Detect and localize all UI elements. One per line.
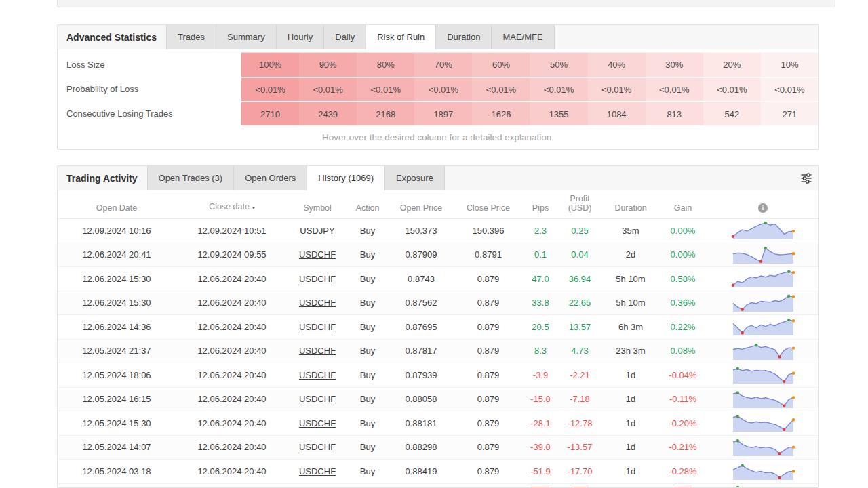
tab-daily[interactable]: Daily [324, 25, 366, 49]
risk-cell[interactable]: <0.01% [761, 77, 818, 101]
tab-exposure[interactable]: Exposure [385, 166, 445, 190]
sparkline-chart[interactable] [706, 315, 819, 339]
cell-symbol[interactable]: USDCHF [288, 436, 347, 460]
cell-symbol[interactable]: USDCHF [288, 243, 347, 267]
risk-cell[interactable]: <0.01% [530, 77, 587, 101]
sparkline-chart[interactable] [706, 436, 819, 460]
cell-close-price: 0.879 [454, 267, 523, 291]
risk-cell[interactable]: 90% [299, 52, 357, 77]
risk-row-loss-size: Loss Size100%90%80%70%60%50%40%30%20%10% [58, 52, 818, 77]
column-header-close-date[interactable]: Close date▾ [176, 190, 288, 218]
cell-symbol[interactable]: USDCHF [288, 267, 347, 291]
risk-cell[interactable]: 2439 [299, 102, 357, 125]
tab-history-1069[interactable]: History (1069) [307, 166, 385, 190]
risk-cell[interactable]: 1084 [588, 102, 646, 125]
risk-cell[interactable]: 70% [414, 52, 472, 77]
cell-symbol[interactable]: USDCHF [288, 340, 347, 363]
cell-symbol[interactable]: USDJPY [288, 219, 347, 243]
cell-close-date: 12.09.2024 10:51 [176, 219, 288, 243]
risk-cell[interactable]: 1355 [530, 102, 587, 125]
column-header-pips[interactable]: Pips [523, 190, 558, 218]
risk-cell[interactable]: 50% [530, 52, 587, 77]
column-header-duration[interactable]: Duration [601, 190, 660, 218]
column-header-close-price[interactable]: Close Price [454, 190, 523, 218]
table-row: 12.05.2024 21:3712.06.2024 20:40USDCHFBu… [58, 340, 818, 364]
risk-cell[interactable]: 271 [761, 102, 818, 125]
cell-symbol[interactable]: USDCHF [288, 388, 347, 411]
column-header-open-price[interactable]: Open Price [389, 190, 454, 218]
cell-profit: -12.78 [558, 411, 601, 435]
sparkline-chart[interactable] [706, 388, 819, 411]
risk-cell[interactable]: 20% [703, 52, 761, 77]
risk-cell[interactable]: 1897 [414, 102, 472, 125]
cell-open-date: 12.09.2024 10:16 [58, 219, 176, 243]
risk-cell[interactable]: 1626 [472, 102, 530, 125]
tabbar-spacer [445, 166, 794, 190]
risk-cell[interactable]: <0.01% [241, 77, 299, 101]
risk-cell[interactable]: 60% [472, 52, 530, 77]
cell-action: Buy [347, 340, 389, 363]
cell-pips: 0.1 [523, 243, 558, 267]
sparkline-chart[interactable] [706, 267, 819, 291]
cell-symbol[interactable]: USDCHF [288, 291, 347, 315]
column-header-gain[interactable]: Gain [660, 190, 706, 218]
cell-symbol[interactable]: USDCHF [288, 411, 347, 435]
cell-duration: 35m [601, 219, 660, 243]
risk-cell[interactable]: <0.01% [646, 77, 703, 101]
cell-close-date: 12.09.2024 09:55 [176, 243, 288, 267]
cell-open-date: 12.06.2024 15:30 [58, 291, 176, 315]
sort-desc-icon: ▾ [252, 205, 255, 211]
column-header-open-date[interactable]: Open Date [58, 190, 176, 218]
cell-partial [389, 484, 454, 488]
tab-summary[interactable]: Summary [216, 25, 277, 49]
cell-open-price: 0.8743 [389, 267, 454, 291]
sparkline-chart[interactable] [706, 219, 819, 243]
sparkline-chart[interactable] [706, 243, 819, 267]
sparkline-chart[interactable] [706, 460, 819, 483]
cell-open-date: 12.05.2024 21:37 [58, 340, 176, 363]
cell-action: Buy [347, 315, 389, 339]
risk-cell[interactable]: 40% [588, 52, 646, 77]
cell-profit: 13.57 [558, 315, 601, 339]
risk-cell[interactable]: 80% [357, 52, 414, 77]
tab-open-trades-3[interactable]: Open Trades (3) [147, 166, 235, 190]
cell-action: Buy [347, 267, 389, 291]
cell-pips: 47.0 [523, 267, 558, 291]
risk-cell[interactable]: <0.01% [588, 77, 646, 101]
tab-duration[interactable]: Duration [436, 25, 492, 49]
column-header-symbol[interactable]: Symbol [288, 190, 347, 218]
sparkline-chart[interactable] [706, 411, 819, 435]
sparkline-chart[interactable] [706, 363, 819, 387]
risk-cell[interactable]: 2710 [241, 102, 299, 125]
sparkline-chart[interactable] [706, 291, 819, 315]
risk-cell[interactable]: <0.01% [703, 77, 761, 101]
risk-cell[interactable]: 10% [761, 52, 818, 77]
tab-mae-mfe[interactable]: MAE/MFE [492, 25, 554, 49]
advanced-statistics-tabs: TradesSummaryHourlyDailyRisk of RuinDura… [166, 25, 555, 49]
risk-cell[interactable]: 542 [703, 102, 761, 125]
tab-risk-of-ruin[interactable]: Risk of Ruin [366, 25, 436, 49]
sparkline-chart [706, 484, 818, 488]
cell-profit: 0.04 [558, 243, 601, 267]
risk-cell[interactable]: 30% [646, 52, 703, 77]
cell-symbol[interactable]: USDCHF [288, 315, 347, 339]
cell-duration: 1d [601, 460, 660, 483]
info-icon[interactable]: i [758, 203, 768, 213]
risk-cell[interactable]: 2168 [357, 102, 414, 125]
column-header-action[interactable]: Action [347, 190, 389, 218]
risk-cell[interactable]: <0.01% [414, 77, 472, 101]
risk-cell[interactable]: <0.01% [472, 77, 530, 101]
tab-hourly[interactable]: Hourly [277, 25, 325, 49]
risk-cell[interactable]: 100% [241, 52, 299, 77]
risk-cell[interactable]: <0.01% [357, 77, 414, 101]
tab-trades[interactable]: Trades [166, 25, 216, 49]
cell-symbol[interactable]: USDCHF [288, 460, 347, 483]
tab-open-orders[interactable]: Open Orders [234, 166, 307, 190]
sparkline-chart[interactable] [706, 340, 819, 363]
filter-sliders-icon[interactable] [794, 166, 818, 190]
column-header-profit-usd[interactable]: Profit(USD) [558, 190, 601, 218]
cell-partial [558, 484, 601, 488]
risk-cell[interactable]: 813 [646, 102, 703, 125]
risk-cell[interactable]: <0.01% [299, 77, 357, 101]
cell-symbol[interactable]: USDCHF [288, 363, 347, 387]
